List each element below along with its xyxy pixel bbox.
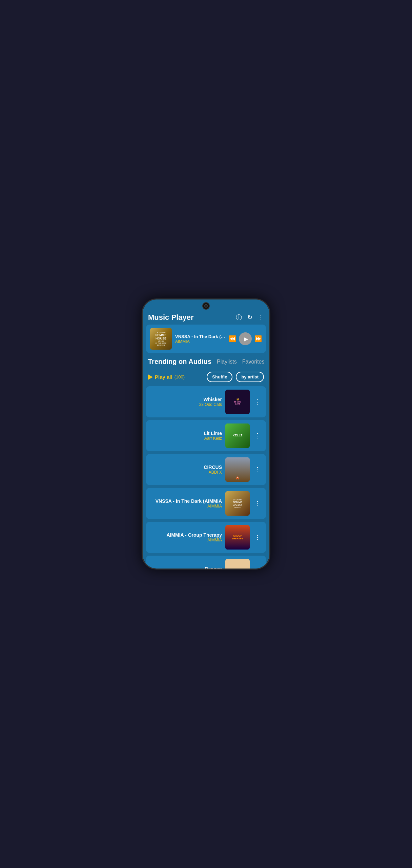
tracks-list: Whisker 23 Odd Cats 🐱23 ODDCATS ⋮ Lit Li… (143, 386, 269, 569)
camera-notch (202, 302, 210, 310)
track-text: Lit Lime Aarr Kellz (150, 431, 222, 441)
now-playing-artist: AIMMIA (175, 339, 225, 344)
tab-favorites[interactable]: Favorites (242, 356, 265, 367)
tab-playlists[interactable]: Playlists (217, 356, 237, 367)
track-more-button[interactable]: ⋮ (253, 464, 262, 475)
track-title: Lit Lime (150, 431, 222, 436)
thumb-label: 🐱23 ODDCATS (233, 398, 242, 406)
femme-house-art: LP GIOBBI FEMME HOUSE VNSSA IN THE DARK … (150, 328, 172, 350)
track-artist: AIMMIA (150, 504, 222, 509)
track-title: CIRCUS (150, 464, 222, 470)
track-thumbnail: 🎪 (225, 457, 250, 482)
track-more-button[interactable]: ⋮ (253, 431, 262, 441)
phone-screen: Music Player ⓘ ↻ ⋮ LP GIOBBI FEMME HOUSE… (143, 299, 269, 569)
now-playing-info: VNSSA - In The Dark (AIMMIA AIMMIA (175, 334, 225, 344)
track-row[interactable]: Whisker 23 Odd Cats 🐱23 ODDCATS ⋮ (146, 386, 266, 417)
track-text: Whisker 23 Odd Cats (150, 397, 222, 407)
track-artist: AIMMIA (150, 538, 222, 542)
album-art-thumbnail: LP GIOBBI FEMME HOUSE VNSSA IN THE DARK … (150, 328, 172, 350)
header-icons: ⓘ ↻ ⋮ (236, 313, 264, 322)
play-icon: ▶ (244, 336, 248, 342)
now-playing-title: VNSSA - In The Dark (AIMMIA (175, 334, 225, 339)
more-vert-icon[interactable]: ⋮ (258, 314, 264, 321)
track-row[interactable]: VNSSA - In The Dark (AIMMIA AIMMIA LP GI… (146, 488, 266, 519)
track-thumbnail: △ (225, 559, 250, 569)
track-title: Beacon (150, 566, 222, 569)
track-row[interactable]: CIRCUS ABDI X 🎪 ⋮ (146, 454, 266, 485)
track-artist: Aarr Kellz (150, 436, 222, 441)
thumb-label: KELLZ (232, 433, 243, 438)
thumb-label: 🎪 (235, 476, 240, 480)
track-thumbnail: LP GIOBBI FEMME HOUSE REMIXES (225, 491, 250, 516)
refresh-icon[interactable]: ↻ (247, 314, 252, 321)
shuffle-button[interactable]: Shuffle (207, 372, 232, 382)
camera-inner (204, 304, 208, 308)
by-artist-button[interactable]: by artist (236, 372, 264, 382)
app-header: Music Player ⓘ ↻ ⋮ (143, 310, 269, 325)
controls-row: Play all (100) Shuffle by artist (143, 370, 269, 384)
track-more-button[interactable]: ⋮ (253, 532, 262, 542)
track-text: Beacon ALIGN (150, 566, 222, 569)
play-all-triangle-icon (148, 374, 153, 380)
track-more-button[interactable]: ⋮ (253, 397, 262, 407)
track-row[interactable]: Lit Lime Aarr Kellz KELLZ ⋮ (146, 420, 266, 451)
phone-frame: Music Player ⓘ ↻ ⋮ LP GIOBBI FEMME HOUSE… (142, 298, 270, 570)
app-title: Music Player (148, 313, 194, 322)
track-title: AIMMIA - Group Therapy (150, 532, 222, 538)
track-artist: 23 Odd Cats (150, 402, 222, 407)
track-thumbnail: GROUP THERAPY (225, 525, 250, 550)
tabs-row: Trending on Audius Playlists Favorites S… (143, 356, 269, 367)
track-more-button[interactable]: ⋮ (253, 498, 262, 509)
track-more-button[interactable]: ⋮ (253, 566, 262, 569)
player-controls: ⏪ ▶ ⏩ (229, 332, 262, 345)
play-all-label: Play all (155, 374, 172, 380)
track-text: AIMMIA - Group Therapy AIMMIA (150, 532, 222, 542)
rewind-button[interactable]: ⏪ (229, 335, 236, 343)
info-icon[interactable]: ⓘ (236, 313, 242, 322)
track-row[interactable]: AIMMIA - Group Therapy AIMMIA GROUP THER… (146, 522, 266, 553)
track-title: VNSSA - In The Dark (AIMMIA (150, 498, 222, 504)
track-text: VNSSA - In The Dark (AIMMIA AIMMIA (150, 498, 222, 509)
fast-forward-button[interactable]: ⏩ (254, 335, 262, 343)
track-row[interactable]: Beacon ALIGN △ ⋮ (146, 556, 266, 569)
play-all-button[interactable]: Play all (100) (148, 374, 185, 380)
track-title: Whisker (150, 397, 222, 402)
play-all-count: (100) (174, 374, 185, 379)
track-text: CIRCUS ABDI X (150, 464, 222, 475)
now-playing-bar[interactable]: LP GIOBBI FEMME HOUSE VNSSA IN THE DARK … (146, 325, 266, 353)
track-thumbnail: KELLZ (225, 423, 250, 448)
track-thumbnail: 🐱23 ODDCATS (225, 390, 250, 414)
track-artist: ABDI X (150, 470, 222, 475)
play-pause-button[interactable]: ▶ (239, 332, 252, 345)
status-bar (143, 299, 269, 310)
tab-trending[interactable]: Trending on Audius (148, 356, 211, 367)
